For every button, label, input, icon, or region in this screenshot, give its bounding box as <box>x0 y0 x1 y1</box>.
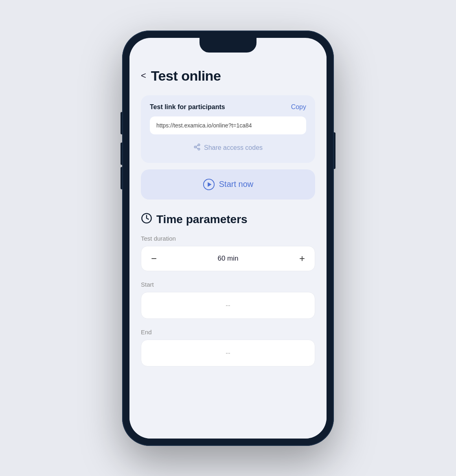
share-codes-label: Share access codes <box>204 144 263 151</box>
section-title: Time parameters <box>156 213 248 226</box>
end-label: End <box>141 329 315 336</box>
duration-label: Test duration <box>141 235 315 242</box>
duration-stepper: − 60 min + <box>141 246 315 271</box>
link-input[interactable] <box>150 116 306 134</box>
page-header: < Test online <box>141 64 315 84</box>
start-now-label: Start now <box>219 180 253 189</box>
phone-frame: < Test online Test link for participants… <box>122 31 334 446</box>
back-button[interactable]: < <box>141 70 146 81</box>
link-card-label: Test link for participants <box>150 103 225 111</box>
svg-line-3 <box>196 147 198 149</box>
page-title: Test online <box>151 68 221 84</box>
end-value: -- <box>226 349 230 357</box>
duration-decrease-button[interactable]: − <box>151 254 157 263</box>
svg-marker-6 <box>208 182 211 186</box>
copy-button[interactable]: Copy <box>291 103 306 111</box>
svg-line-4 <box>196 145 198 146</box>
start-value: -- <box>226 301 230 309</box>
start-field[interactable]: -- <box>141 292 315 319</box>
link-card: Test link for participants Copy <box>141 95 315 163</box>
end-field[interactable]: -- <box>141 340 315 366</box>
duration-value: 60 min <box>217 254 238 263</box>
share-codes-button[interactable]: Share access codes <box>150 141 306 155</box>
screen-content: < Test online Test link for participants… <box>129 53 327 439</box>
clock-icon <box>141 213 152 227</box>
play-icon <box>203 178 215 191</box>
start-label: Start <box>141 281 315 288</box>
phone-device: < Test online Test link for participants… <box>122 31 334 446</box>
duration-increase-button[interactable]: + <box>299 254 305 263</box>
phone-notch <box>200 38 256 53</box>
time-parameters-header: Time parameters <box>141 213 315 227</box>
start-now-button[interactable]: Start now <box>141 169 315 200</box>
phone-screen: < Test online Test link for participants… <box>129 38 327 439</box>
link-card-header: Test link for participants Copy <box>150 103 306 111</box>
share-icon <box>193 143 201 152</box>
